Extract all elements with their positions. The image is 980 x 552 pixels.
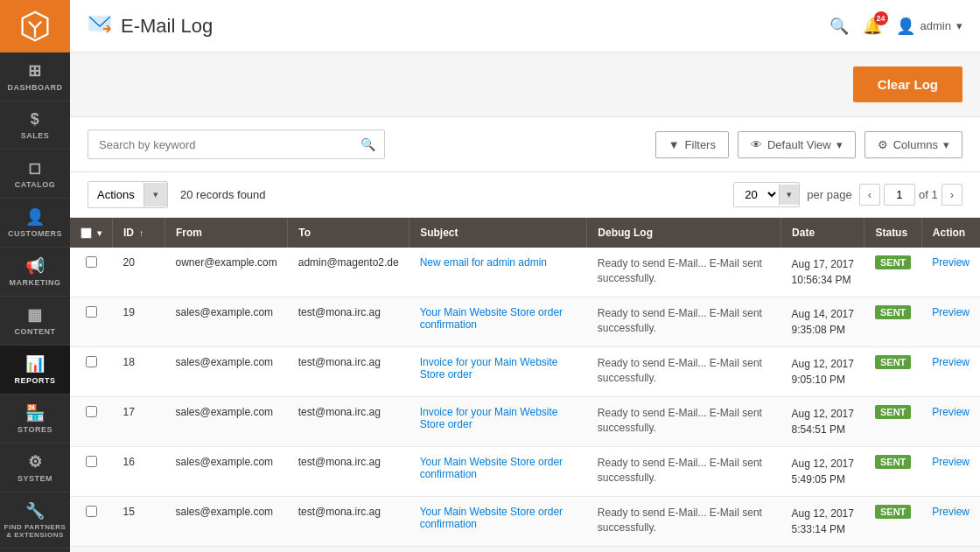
pagination-next-button[interactable]: ›: [942, 184, 962, 206]
actions-dropdown[interactable]: Actions: [88, 182, 144, 207]
customers-icon: 👤: [25, 207, 46, 227]
row-status: SENT: [864, 297, 921, 347]
row-status: SENT: [864, 447, 921, 497]
eye-icon: 👁: [751, 138, 762, 151]
search-input[interactable]: [88, 131, 352, 158]
table-row: 17 sales@example.com test@mona.irc.ag In…: [70, 397, 980, 447]
row-checkbox-cell: [70, 397, 113, 447]
row-id: 20: [113, 248, 165, 297]
sidebar-item-dashboard[interactable]: ⊞ DASHBOARD: [0, 52, 70, 101]
th-date: Date: [781, 218, 864, 248]
sales-icon: $: [31, 110, 40, 129]
row-date: Aug 12, 20179:05:10 PM: [781, 347, 864, 397]
sidebar-item-label: CUSTOMERS: [8, 229, 62, 238]
preview-link[interactable]: Preview: [932, 356, 970, 368]
header: E-Mail Log 🔍 🔔 24 👤 admin ▾: [70, 0, 980, 52]
row-debug-log: Ready to send E-Mail... E-Mail sent succ…: [587, 447, 781, 497]
columns-dropdown-icon: ▾: [943, 138, 949, 151]
sidebar-item-content[interactable]: ▦ CONTENT: [0, 297, 70, 346]
sidebar-item-label: STORES: [18, 425, 52, 434]
sidebar-item-label: REPORTS: [14, 376, 55, 385]
row-debug-log: Ready to send E-Mail... E-Mail sent succ…: [587, 497, 781, 547]
row-from: sales@example.com: [165, 347, 288, 397]
row-checkbox-cell: [70, 447, 113, 497]
columns-button[interactable]: ⚙ Columns ▾: [864, 131, 962, 158]
select-all-dropdown-arrow[interactable]: ▾: [97, 228, 102, 238]
per-page-dropdown-arrow[interactable]: ▾: [779, 185, 799, 205]
table-row: 18 sales@example.com test@mona.irc.ag In…: [70, 347, 980, 397]
row-id: 17: [113, 397, 165, 447]
search-button[interactable]: 🔍: [352, 130, 384, 158]
row-to: test@mona.irc.ag: [288, 497, 410, 547]
clear-log-button[interactable]: Clear Log: [853, 66, 962, 102]
row-checkbox[interactable]: [86, 356, 97, 367]
row-checkbox[interactable]: [86, 406, 97, 417]
default-view-button[interactable]: 👁 Default View ▾: [738, 131, 856, 158]
select-all-checkbox[interactable]: [80, 227, 92, 239]
sidebar-item-reports[interactable]: 📊 REPORTS: [0, 346, 70, 395]
preview-link[interactable]: Preview: [932, 406, 970, 418]
th-from: From: [165, 218, 288, 248]
sidebar-item-customers[interactable]: 👤 CUSTOMERS: [0, 199, 70, 248]
search-icon[interactable]: 🔍: [830, 17, 849, 36]
row-checkbox[interactable]: [86, 306, 97, 318]
sidebar-item-system[interactable]: ⚙ SYSTEM: [0, 444, 70, 493]
actions-dropdown-arrow[interactable]: ▾: [144, 183, 167, 206]
row-from: sales@example.com: [165, 297, 288, 347]
pagination: ‹ of 1 ›: [859, 184, 962, 206]
gear-icon: ⚙: [878, 138, 888, 151]
row-to: test@mona.irc.ag: [288, 297, 410, 347]
row-date: Aug 12, 20175:33:14 PM: [781, 497, 864, 547]
sidebar-item-label: CATALOG: [15, 180, 56, 189]
sidebar-item-label: MARKETING: [10, 278, 61, 287]
email-log-icon: [88, 11, 112, 41]
row-checkbox[interactable]: [86, 506, 97, 517]
preview-link[interactable]: Preview: [932, 256, 970, 269]
per-page-select-wrapper: 20 ▾: [733, 182, 800, 207]
search-toolbar: 🔍 ▼ Filters 👁 Default View ▾ ⚙ Columns ▾: [70, 117, 980, 172]
table-row: 15 sales@example.com test@mona.irc.ag Yo…: [70, 497, 980, 547]
catalog-icon: ◻: [28, 158, 42, 178]
content-icon: ▦: [27, 305, 43, 325]
pagination-prev-button[interactable]: ‹: [859, 184, 880, 206]
row-checkbox-cell: [70, 297, 113, 347]
preview-link[interactable]: Preview: [932, 506, 970, 518]
row-checkbox[interactable]: [86, 256, 97, 268]
sidebar-item-label: DASHBOARD: [8, 83, 63, 92]
admin-user-menu[interactable]: 👤 admin ▾: [896, 17, 962, 36]
sidebar-item-sales[interactable]: $ SALES: [0, 101, 70, 150]
sort-icon-id: ↑: [139, 228, 144, 238]
stores-icon: 🏪: [25, 403, 46, 423]
row-status: SENT: [864, 397, 921, 447]
row-to: test@mona.irc.ag: [288, 397, 410, 447]
row-to: admin@magento2.de: [288, 248, 410, 297]
th-status: Status: [864, 218, 921, 248]
notification-bell[interactable]: 🔔 24: [863, 17, 882, 36]
secondary-right: 20 ▾ per page ‹ of 1 ›: [733, 182, 962, 207]
preview-link[interactable]: Preview: [932, 456, 970, 468]
sidebar-item-catalog[interactable]: ◻ CATALOG: [0, 150, 70, 199]
row-status: SENT: [864, 497, 921, 547]
row-debug-log: Ready to send E-Mail... E-Mail sent succ…: [587, 397, 781, 447]
row-action: Preview: [921, 397, 980, 447]
top-action-bar: Clear Log: [70, 52, 980, 117]
page-number-input[interactable]: [884, 184, 915, 206]
sidebar-item-find-partners[interactable]: 🔧 FIND PARTNERS & EXTENSIONS: [0, 493, 70, 549]
sidebar-item-stores[interactable]: 🏪 STORES: [0, 395, 70, 444]
row-from: sales@example.com: [165, 497, 288, 547]
th-id[interactable]: ID ↑: [113, 218, 165, 248]
row-checkbox[interactable]: [86, 456, 97, 467]
reports-icon: 📊: [25, 354, 46, 374]
row-action: Preview: [921, 297, 980, 347]
status-badge: SENT: [875, 355, 911, 369]
filters-button[interactable]: ▼ Filters: [655, 131, 729, 158]
sidebar-item-marketing[interactable]: 📢 MARKETING: [0, 248, 70, 297]
row-subject: Your Main Website Store order confirmati…: [410, 297, 587, 347]
email-log-table-wrapper: ▾ ID ↑ From To Subject Debug Log Date St…: [70, 218, 980, 547]
sidebar-item-label: SYSTEM: [18, 474, 52, 483]
preview-link[interactable]: Preview: [932, 306, 970, 318]
th-checkbox: ▾: [70, 218, 113, 248]
sidebar-logo[interactable]: [0, 0, 70, 52]
per-page-dropdown[interactable]: 20: [734, 183, 779, 206]
admin-dropdown-icon: ▾: [956, 19, 962, 32]
